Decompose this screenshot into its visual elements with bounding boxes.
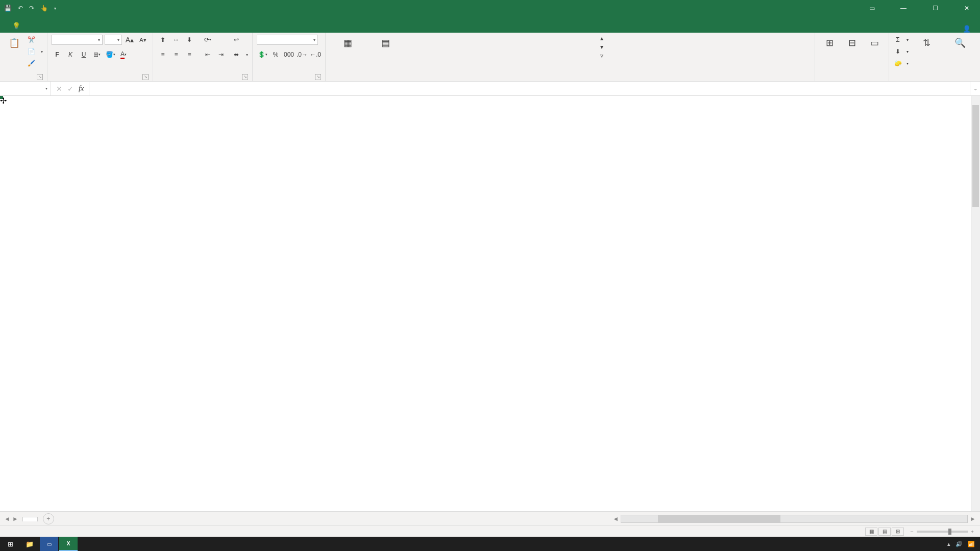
maximize-icon[interactable]: ☐ — [924, 0, 946, 16]
sheet-nav-next-icon[interactable]: ► — [12, 515, 18, 522]
clear-icon: 🧽 — [893, 59, 902, 68]
view-normal-icon[interactable]: ▦ — [865, 528, 877, 536]
task-app-icon[interactable]: ▭ — [40, 537, 58, 551]
paste-icon: 📋 — [7, 36, 21, 50]
align-left-icon[interactable]: ≡ — [157, 49, 168, 60]
cancel-formula-icon[interactable]: ✕ — [56, 85, 62, 93]
fx-icon[interactable]: fx — [79, 85, 84, 93]
redo-icon[interactable]: ↷ — [29, 5, 34, 12]
align-bottom-icon[interactable]: ⬇ — [184, 34, 195, 45]
alignment-launcher-icon[interactable]: ↘ — [242, 74, 248, 80]
ribbon: 📋 ✂️ 📄▾ 🖌️ ↘ ▾ ▾ A▴ A▾ F — [0, 33, 980, 82]
insert-cells-icon: ⊞ — [822, 36, 837, 50]
font-launcher-icon[interactable]: ↘ — [142, 74, 149, 80]
copy-icon[interactable]: 📄 — [27, 47, 36, 56]
sort-icon: ⇅ — [919, 36, 934, 50]
view-break-icon[interactable]: ⊞ — [892, 528, 904, 536]
file-explorer-icon[interactable]: 📁 — [20, 537, 39, 551]
underline-button[interactable]: U — [78, 49, 89, 60]
tray-up-icon[interactable]: ▴ — [947, 541, 950, 547]
styles-scroll-down-icon[interactable]: ▾ — [596, 43, 607, 51]
undo-icon[interactable]: ↶ — [18, 5, 23, 12]
font-color-icon[interactable]: A▾ — [118, 49, 129, 60]
status-bar: ▦ ▤ ⊞ − + — [0, 525, 980, 537]
accept-formula-icon[interactable]: ✓ — [67, 85, 74, 93]
zoom-slider[interactable] — [917, 531, 968, 533]
cut-icon[interactable]: ✂️ — [27, 35, 36, 44]
cond-format-button[interactable]: ▦ — [330, 35, 365, 51]
save-icon[interactable]: 💾 — [4, 5, 12, 12]
sort-filter-button[interactable]: ⇅ — [911, 35, 942, 51]
hscroll-left-icon[interactable]: ◄ — [612, 515, 619, 522]
add-sheet-icon[interactable]: + — [43, 513, 54, 524]
format-table-button[interactable]: ▤ — [368, 35, 403, 51]
paste-button[interactable]: 📋 — [4, 35, 24, 51]
volume-icon[interactable]: 🔊 — [955, 541, 963, 547]
formula-input[interactable] — [89, 82, 970, 95]
increase-decimal-icon[interactable]: .0→ — [297, 49, 308, 60]
ribbon-tabs: 💡 👤 — [0, 16, 980, 33]
decrease-indent-icon[interactable]: ⇤ — [202, 49, 213, 60]
fill-handle[interactable] — [0, 96, 3, 99]
group-alignment: ⬆ ↔ ⬇ ⟳▾ ≡ ≡ ≡ ⇤ ⇥ ↩ ⬌▾ ↘ — [153, 33, 253, 81]
comma-icon[interactable]: 000 — [283, 49, 295, 60]
group-font: ▾ ▾ A▴ A▾ F K U ⊞▾ 🪣▾ A▾ ↘ — [47, 33, 153, 81]
clipboard-launcher-icon[interactable]: ↘ — [37, 74, 43, 80]
find-select-button[interactable]: 🔍 — [944, 35, 976, 51]
decrease-decimal-icon[interactable]: ←.0 — [310, 49, 321, 60]
zoom-in-icon[interactable]: + — [971, 529, 974, 535]
start-button[interactable]: ⊞ — [1, 537, 19, 551]
fill-icon: ⬇ — [893, 47, 902, 56]
orientation-icon[interactable]: ⟳▾ — [202, 34, 213, 45]
expand-formula-icon[interactable]: ⌄ — [970, 82, 980, 95]
worksheet-grid[interactable]: ✢ — [0, 96, 980, 511]
find-icon: 🔍 — [953, 36, 967, 50]
align-top-icon[interactable]: ⬆ — [157, 34, 168, 45]
sheet-tab-bar: ◄ ► + ◄ ► — [0, 511, 980, 525]
qat-more-icon[interactable]: ▾ — [54, 6, 56, 11]
grow-font-icon[interactable]: A▴ — [124, 34, 135, 45]
title-bar: 💾 ↶ ↷ 👆 ▾ ▭ — ☐ ✕ — [0, 0, 980, 16]
sheet-tab[interactable] — [22, 517, 38, 521]
bold-button[interactable]: F — [52, 49, 63, 60]
hscroll-right-icon[interactable]: ► — [970, 515, 976, 522]
ribbon-display-icon[interactable]: ▭ — [861, 0, 883, 16]
border-icon[interactable]: ⊞▾ — [91, 49, 103, 60]
taskbar: ⊞ 📁 ▭ X ▴ 🔊 📶 — [0, 537, 980, 551]
insert-cells-button[interactable]: ⊞ — [819, 35, 840, 51]
styles-scroll-up-icon[interactable]: ▴ — [596, 35, 607, 42]
cell-cursor-icon: ✢ — [0, 96, 7, 106]
number-launcher-icon[interactable]: ↘ — [315, 74, 321, 80]
align-right-icon[interactable]: ≡ — [184, 49, 195, 60]
currency-icon[interactable]: 💲▾ — [257, 49, 268, 60]
close-icon[interactable]: ✕ — [955, 0, 978, 16]
vertical-scrollbar[interactable] — [971, 96, 980, 511]
network-icon[interactable]: 📶 — [968, 541, 975, 547]
font-size-combo[interactable]: ▾ — [105, 35, 122, 45]
minimize-icon[interactable]: — — [892, 0, 915, 16]
touch-icon[interactable]: 👆 — [40, 5, 48, 12]
excel-taskbar-icon[interactable]: X — [59, 537, 78, 551]
sheet-nav-prev-icon[interactable]: ◄ — [4, 515, 10, 522]
italic-button[interactable]: K — [65, 49, 76, 60]
font-name-combo[interactable]: ▾ — [52, 35, 103, 45]
horizontal-scrollbar[interactable] — [621, 515, 968, 523]
shrink-font-icon[interactable]: A▾ — [137, 34, 149, 45]
format-painter-icon[interactable]: 🖌️ — [27, 59, 36, 68]
percent-icon[interactable]: % — [270, 49, 281, 60]
tell-me-icon: 💡 — [10, 19, 22, 33]
format-cells-button[interactable]: ▭ — [864, 35, 885, 51]
styles-more-icon[interactable]: ▿ — [596, 52, 607, 59]
merge-icon: ⬌ — [232, 50, 241, 59]
zoom-out-icon[interactable]: − — [910, 529, 913, 535]
view-layout-icon[interactable]: ▤ — [878, 528, 891, 536]
align-middle-icon[interactable]: ↔ — [170, 34, 182, 45]
delete-cells-button[interactable]: ⊟ — [842, 35, 862, 51]
fill-color-icon[interactable]: 🪣▾ — [105, 49, 116, 60]
name-box[interactable]: ▾ — [0, 82, 51, 95]
increase-indent-icon[interactable]: ⇥ — [215, 49, 227, 60]
share-icon: 👤 — [963, 25, 971, 33]
align-center-icon[interactable]: ≡ — [170, 49, 182, 60]
number-format-combo[interactable]: ▾ — [257, 35, 318, 45]
tell-me-search[interactable] — [22, 26, 37, 33]
